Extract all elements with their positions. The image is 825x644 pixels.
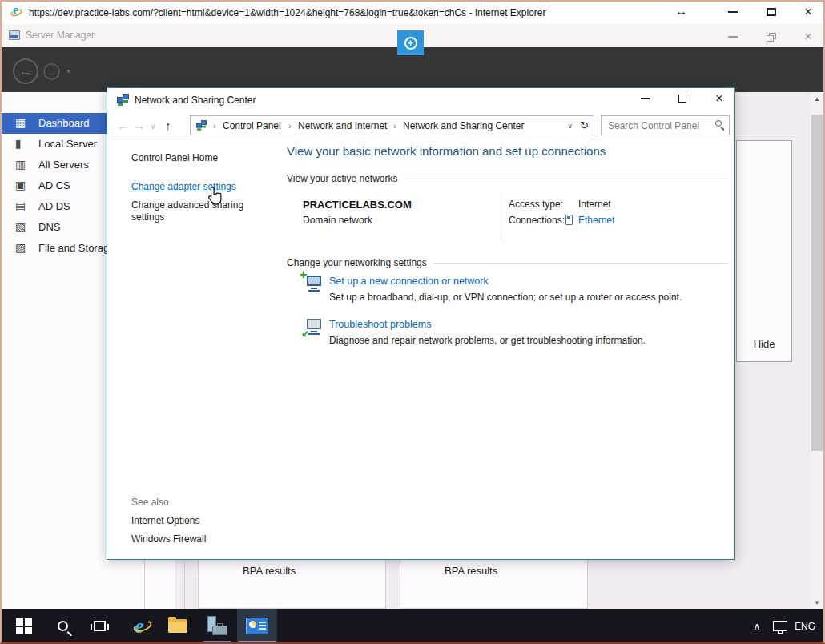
remote-restore-button[interactable] [758,26,785,47]
new-connection-icon: + [303,274,325,293]
tray-show-hidden-button[interactable]: ∧ [747,609,767,643]
browser-minimize-button[interactable] [719,2,747,22]
control-panel-icon [246,618,268,634]
address-dropdown-icon[interactable]: ∨ [567,122,573,130]
search-icon[interactable] [715,120,722,127]
crumb-control-panel[interactable]: Control Panel [223,120,281,131]
see-also-heading: See also [131,497,169,508]
network-sharing-center-window: Network and Sharing Center × ← → ∨ ↑ › C… [107,87,735,560]
address-refresh-icon[interactable]: ↻ [580,119,589,131]
change-advanced-sharing-link[interactable]: Change advanced sharing settings [131,199,252,223]
server-manager-icon [205,616,229,637]
taskbar-control-panel-button[interactable] [237,609,277,643]
ad-cs-icon: ▣ [15,179,26,191]
crumb-chevron-icon[interactable]: › [288,121,292,131]
bpa-results-tile-2: BPA results [400,560,588,609]
browser-close-button[interactable]: × [795,2,822,22]
dashboard-icon: ▦ [15,116,26,129]
back-button[interactable]: ← [13,58,38,84]
network-status-icon [773,621,787,631]
window-minimize-button[interactable] [630,89,659,108]
tray-language-button[interactable]: ENG [791,609,819,643]
nav-history-caret-icon[interactable]: ▾ [66,66,70,75]
control-panel-search[interactable] [601,115,730,135]
crumb-network-internet[interactable]: Network and Internet [298,120,387,131]
chevron-up-icon: ∧ [754,621,761,632]
remote-minimize-button[interactable] [719,26,747,47]
file-explorer-icon [168,619,187,633]
task-view-icon [94,621,106,631]
scroll-up-icon[interactable]: ▴ [811,92,823,105]
start-button[interactable] [10,609,38,643]
hide-button[interactable]: Hide [737,338,791,350]
access-type-label: Access type: [509,199,563,210]
crumb-chevron-icon[interactable]: › [393,121,396,131]
setup-connection-desc: Set up a broadband, dial-up, or VPN conn… [329,292,682,303]
ethernet-icon [565,215,573,225]
control-panel-home-link[interactable]: Control Panel Home [131,152,218,163]
search-input[interactable] [606,118,710,133]
crumb-network-sharing[interactable]: Network and Sharing Center [403,120,524,131]
network-divider [501,192,501,240]
browser-maximize-button[interactable] [758,2,785,22]
language-indicator: ENG [795,621,815,632]
nav-back-icon[interactable]: ← [117,119,129,132]
bpa-results-tile-1: BPA results [198,560,386,609]
task-view-button[interactable] [85,609,114,643]
taskbar-server-manager-button[interactable] [200,609,234,643]
internet-explorer-icon: e [10,5,24,19]
networking-settings-section: Change your networking settings [287,257,728,268]
window-maximize-button[interactable] [668,89,697,108]
network-name: PRACTICELABS.COM [303,199,412,211]
address-location-icon [196,120,207,131]
connections-label: Connections: [509,215,565,226]
scrollbar-thumb[interactable] [811,115,823,451]
window-titlebar: Network and Sharing Center × [107,88,734,112]
tile-divider [144,560,145,609]
nav-forward-icon[interactable]: → [133,119,145,132]
mouse-cursor [206,186,223,210]
running-indicator [203,641,231,643]
local-server-icon: ▮ [15,137,22,150]
page-heading: View your basic network information and … [287,144,606,158]
browser-title: https://dev.practice-labs.com/?client=ht… [29,7,546,18]
taskbar-ie-button[interactable]: e [123,609,155,643]
resize-icon: ↔ [675,4,687,18]
nav-recent-caret-icon[interactable]: ∨ [151,123,156,131]
taskbar-search-button[interactable] [48,609,77,643]
nav-up-icon[interactable]: ↑ [165,119,171,132]
ethernet-link[interactable]: Ethernet [578,215,614,226]
window-close-button[interactable]: × [705,89,734,108]
internet-options-link[interactable]: Internet Options [131,515,199,526]
address-bar[interactable]: › Control Panel › Network and Internet ›… [190,115,594,135]
remote-close-button[interactable]: × [795,26,822,47]
window-title: Network and Sharing Center [135,95,256,106]
setup-connection-link[interactable]: Set up a new connection or network [329,276,489,287]
troubleshoot-desc: Diagnose and repair network problems, or… [329,335,646,346]
tile-divider [184,560,185,609]
taskbar: e ∧ ENG [2,609,823,643]
plus-icon: + [404,37,417,50]
windows-firewall-link[interactable]: Windows Firewall [131,533,206,545]
welcome-tile: Hide [736,140,792,362]
dns-icon: ▧ [15,220,26,233]
forward-button[interactable]: → [43,63,60,80]
remote-app-title: Server Manager [26,30,95,41]
tray-network-button[interactable] [767,609,793,643]
all-servers-icon: ▥ [15,158,26,171]
internet-explorer-icon: e [135,614,144,638]
scroll-down-icon[interactable]: ▾ [811,596,823,609]
access-type-value: Internet [578,199,611,210]
active-indicator [239,641,276,643]
address-bar-row: ← → ∨ ↑ › Control Panel › Network and In… [107,112,734,139]
troubleshoot-link[interactable]: Troubleshoot problems [329,319,431,330]
network-type: Domain network [303,215,372,226]
network-sharing-icon [117,94,130,106]
add-button[interactable]: + [397,30,424,55]
scrollbar[interactable]: ▴ ▾ [811,92,823,609]
taskbar-file-explorer-button[interactable] [162,609,194,643]
crumb-chevron-icon[interactable]: › [213,121,216,131]
file-storage-icon: ▨ [15,241,26,254]
windows-logo-icon [16,618,32,634]
browser-titlebar: e https://dev.practice-labs.com/?client=… [2,2,823,24]
